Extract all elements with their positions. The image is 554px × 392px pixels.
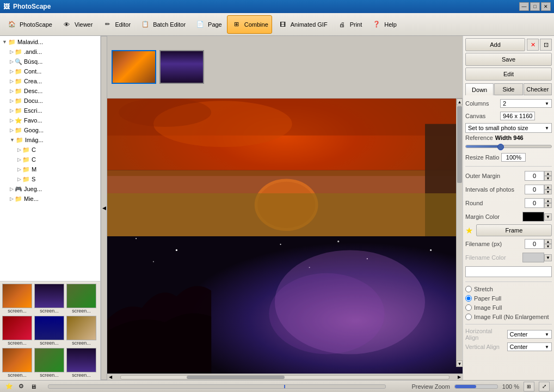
round-spinbox[interactable]: ▲ ▼	[525, 198, 552, 208]
intervals-up[interactable]: ▲	[544, 185, 552, 189]
filename-px-down[interactable]: ▼	[544, 244, 552, 249]
outer-margin-input[interactable]	[525, 171, 544, 181]
outer-margin-up[interactable]: ▲	[544, 171, 552, 176]
thumbnail-item[interactable]: screen...	[2, 316, 32, 346]
copy-icon-button[interactable]: ⊡	[540, 39, 552, 51]
grid-button[interactable]: ⊞	[524, 382, 534, 391]
filename-px-input[interactable]	[525, 239, 544, 249]
horizontal-align-dropdown[interactable]: Center ▼	[507, 330, 552, 339]
tree-item[interactable]: ▷ 📁 Desc...	[1, 86, 99, 96]
filename-color-swatch[interactable]	[522, 253, 544, 262]
minimize-button[interactable]: —	[519, 2, 529, 11]
radio-image-full-input[interactable]	[465, 304, 472, 311]
round-input[interactable]	[525, 198, 544, 208]
frame-button[interactable]: Frame	[476, 224, 552, 236]
toolbar-editor[interactable]: ✏ Editor	[97, 15, 134, 34]
tree-item[interactable]: ▷ 📁 Cont...	[1, 66, 99, 76]
round-up[interactable]: ▲	[544, 198, 552, 203]
outer-margin-down[interactable]: ▼	[544, 176, 552, 181]
filename-px-spinbox[interactable]: ▲ ▼	[525, 239, 552, 249]
thumbnail-item[interactable]: screen...	[66, 316, 96, 346]
tree-item[interactable]: ▷ 📁 .andi...	[1, 47, 99, 57]
toolbar-photoscape[interactable]: 🏠 PhotoScape	[2, 15, 56, 34]
delete-icon-button[interactable]: ✕	[527, 39, 539, 51]
tree-item[interactable]: ▷ 📁 S	[1, 174, 99, 184]
size-preset-dropdown[interactable]: Set to small photo size ▼	[465, 123, 552, 133]
tree-item[interactable]: ▷ 📁 Goog...	[1, 125, 99, 135]
slider-thumb[interactable]	[497, 144, 504, 150]
scroll-track[interactable]	[120, 375, 450, 379]
strip-thumbnail[interactable]	[159, 50, 204, 84]
scroll-right-arrow[interactable]: ▶	[456, 374, 463, 381]
thumbnail-item[interactable]: screen...	[2, 348, 32, 378]
reference-slider[interactable]	[465, 145, 552, 148]
zoom-slider[interactable]	[454, 384, 498, 389]
tab-checker[interactable]: Checker	[524, 83, 552, 95]
tree-item[interactable]: ▷ 📁 Mie...	[1, 194, 99, 204]
thumbnail-item[interactable]: screen...	[34, 316, 64, 346]
strip-thumbnail[interactable]	[112, 50, 156, 84]
radio-image-full-no-enlarge-input[interactable]	[465, 314, 472, 320]
filename-color-control[interactable]: ▼	[522, 253, 552, 262]
display-status-icon[interactable]: 🖥	[28, 382, 38, 391]
tree-item[interactable]: ▷ 🎮 Jueg...	[1, 184, 99, 194]
margin-color-control[interactable]: ▼	[522, 212, 552, 222]
toolbar-page[interactable]: 📄 Page	[190, 15, 226, 34]
edit-button[interactable]: Edit	[465, 68, 552, 81]
toolbar-help[interactable]: ❓ Help	[367, 15, 401, 34]
tree-item[interactable]: ▷ 📁 M	[1, 164, 99, 174]
intervals-spinbox[interactable]: ▲ ▼	[525, 185, 552, 194]
toolbar-print[interactable]: 🖨 Print	[333, 15, 366, 34]
filename-px-label: Filename (px)	[465, 241, 522, 247]
tree-item[interactable]: ▼ 📁 Malavid...	[1, 37, 99, 47]
margin-color-arrow[interactable]: ▼	[544, 213, 552, 220]
toolbar-viewer[interactable]: 👁 Viewer	[57, 15, 96, 34]
vertical-align-dropdown[interactable]: Center ▼	[507, 342, 552, 351]
tree-item[interactable]: ▷ 🔍 Búsq...	[1, 57, 99, 66]
settings-status-icon[interactable]: ⚙	[16, 382, 26, 391]
thumbnail-item[interactable]: screen...	[2, 284, 32, 314]
panel-collapse-arrow[interactable]: ◀	[101, 36, 107, 380]
maximize-button[interactable]: □	[530, 2, 540, 11]
thumbnail-item[interactable]: screen...	[66, 284, 96, 314]
tree-item[interactable]: ▼ 📁 Imág...	[1, 135, 99, 145]
tree-item[interactable]: ▷ 📁 Escri...	[1, 106, 99, 115]
radio-stretch-input[interactable]	[465, 286, 472, 292]
scroll-down-arrow[interactable]: ▼	[457, 360, 463, 367]
scroll-thumb[interactable]	[187, 376, 285, 379]
save-button[interactable]: Save	[465, 53, 552, 66]
expand-button[interactable]: ⤢	[539, 382, 550, 391]
toolbar-batch-editor[interactable]: 📋 Batch Editor	[136, 15, 189, 34]
margin-color-swatch[interactable]	[522, 212, 544, 222]
radio-paper-full-input[interactable]	[465, 295, 472, 302]
scroll-track[interactable]	[457, 105, 463, 360]
scroll-up-arrow[interactable]: ▲	[457, 99, 463, 105]
close-button[interactable]: ✕	[541, 2, 551, 11]
toolbar-combine[interactable]: ⊞ Combine	[227, 15, 272, 34]
tree-item[interactable]: ▷ 📁 Docu...	[1, 96, 99, 106]
scroll-left-arrow[interactable]: ◀	[107, 374, 114, 381]
horizontal-scrollbar[interactable]: ◀ ▶	[107, 373, 463, 380]
tree-item[interactable]: ▷ ⭐ Favo...	[1, 115, 99, 125]
star-icon[interactable]: ★	[465, 225, 473, 236]
tree-item[interactable]: ▷ 📁 C	[1, 155, 99, 164]
outer-margin-spinbox[interactable]: ▲ ▼	[525, 171, 552, 181]
columns-dropdown[interactable]: 2 ▼	[500, 99, 552, 108]
thumbnail-item[interactable]: screen...	[66, 348, 96, 378]
thumbnail-item[interactable]: screen...	[34, 284, 64, 314]
tree-item[interactable]: ▷ 📁 C	[1, 145, 99, 155]
filename-px-up[interactable]: ▲	[544, 239, 552, 244]
intervals-input[interactable]	[525, 185, 544, 194]
tab-side[interactable]: Side	[494, 83, 522, 95]
tree-item[interactable]: ▷ 📁 Crea...	[1, 76, 99, 86]
add-button[interactable]: Add	[465, 38, 525, 51]
round-down[interactable]: ▼	[544, 203, 552, 208]
vertical-scrollbar[interactable]: ▲ ▼	[456, 99, 463, 367]
scroll-thumb[interactable]	[457, 106, 462, 183]
toolbar-animated-gif[interactable]: 🎞 Animated GIF	[273, 15, 331, 34]
intervals-down[interactable]: ▼	[544, 189, 552, 194]
thumbnail-item[interactable]: screen...	[34, 348, 64, 378]
filename-color-arrow[interactable]: ▼	[544, 254, 552, 261]
star-status-icon[interactable]: ⭐	[4, 382, 14, 391]
tab-down[interactable]: Down	[465, 83, 494, 95]
